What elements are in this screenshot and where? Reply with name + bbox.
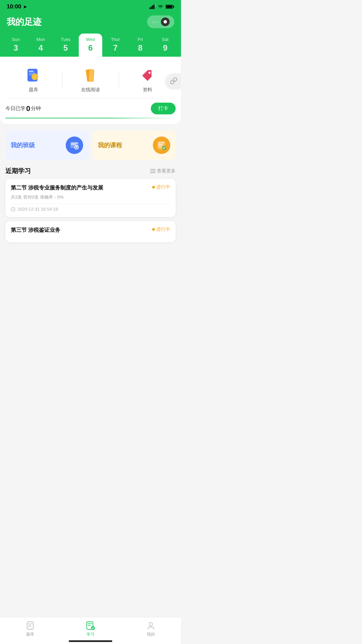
svg-rect-4 [155,5,156,6]
svg-rect-6 [166,6,172,8]
svg-rect-29 [150,171,156,171]
svg-rect-10 [29,73,35,73]
more-icon: ··· [152,18,159,25]
status-dot-1 [152,186,155,189]
quick-access: ⚡ 题库 在线阅读 [5,63,176,98]
main-content-card: ⚡ 题库 在线阅读 [0,57,181,124]
learning-title-1: 第二节 涉税专业服务制度的产生与发展 [11,184,149,192]
clock-icon [11,207,15,212]
svg-rect-7 [173,6,174,8]
my-class-label: 我的班级 [11,141,35,149]
quick-label-material: 资料 [143,87,152,93]
svg-rect-20 [71,144,76,145]
calendar-week: Sun 3 Mon 4 Tues 5 Wed 6 Thur 7 Fri 8 Sa… [4,34,177,57]
svg-rect-26 [158,146,162,147]
calendar-day-fri[interactable]: Fri 8 [128,34,152,57]
my-course-icon [153,137,170,154]
svg-rect-25 [158,144,163,145]
calendar: Sun 3 Mon 4 Tues 5 Wed 6 Thur 7 Fri 8 Sa… [0,28,181,57]
status-badge-2: 进行中 [152,226,170,232]
my-class-card[interactable]: 我的班级 [5,130,88,160]
battery-icon [166,4,174,9]
quick-label-reading: 在线阅读 [81,87,100,93]
svg-point-17 [148,72,150,74]
calendar-day-mon[interactable]: Mon 4 [29,34,52,57]
study-bar: 今日已学 0 分钟 打卡 [5,98,176,116]
learning-card-1[interactable]: 第二节 涉税专业服务制度的产生与发展 进行中 共2道 答对0道 准确率：0% 2… [5,179,176,217]
wifi-icon [158,4,164,9]
card-section: 我的班级 我的课程 [5,130,176,160]
view-more-btn[interactable]: 查看更多 [150,168,176,174]
link-icon [170,77,177,85]
study-underline [5,118,176,118]
reading-icon [82,67,99,84]
svg-rect-0 [149,7,150,9]
svg-rect-28 [150,169,156,170]
svg-rect-16 [88,70,94,82]
punch-button[interactable]: 打卡 [151,103,176,114]
learning-card-1-header: 第二节 涉税专业服务制度的产生与发展 进行中 [11,184,170,192]
location-icon: ➤ [23,4,27,9]
status-dot-2 [152,228,155,231]
svg-rect-9 [29,71,34,72]
learning-divider-1 [11,204,170,204]
signal-icon [149,4,156,9]
learning-stats-1: 共2道 答对0道 准确率：0% [11,194,170,200]
learning-card-2-header: 第三节 涉税鉴证业务 进行中 [11,226,170,234]
recent-learning-title: 近期学习 [5,167,31,175]
calendar-day-tues[interactable]: Tues 5 [54,34,77,57]
link-float-button[interactable] [166,73,181,88]
quick-item-questionbank[interactable]: ⚡ 题库 [5,67,62,93]
svg-rect-2 [152,5,153,9]
study-text: 今日已学 0 分钟 [5,104,41,113]
page-title: 我的足迹 [7,16,42,28]
learning-time-1: 2020-12-31 16:54:18 [11,207,170,212]
quick-item-reading[interactable]: 在线阅读 [62,67,119,93]
calendar-day-sat[interactable]: Sat 9 [154,34,177,57]
svg-rect-1 [151,6,152,9]
my-course-label: 我的课程 [98,141,122,149]
recent-learning-header: 近期学习 查看更多 [0,160,181,179]
quick-label-questionbank: 题库 [29,87,38,93]
my-course-card[interactable]: 我的课程 [93,130,176,160]
calendar-day-sun[interactable]: Sun 3 [4,34,27,57]
svg-rect-3 [154,4,155,9]
status-bar: 10:00 ➤ [0,0,181,12]
svg-rect-19 [71,143,78,144]
questionbank-icon: ⚡ [25,67,42,84]
learning-card-2[interactable]: 第三节 涉税鉴证业务 进行中 [5,221,176,242]
status-badge-1: 进行中 [152,184,170,190]
list-icon [150,169,156,173]
material-icon [139,67,156,84]
target-icon [161,17,170,26]
header-action-btn[interactable]: ··· [147,15,174,28]
status-time: 10:00 ➤ [7,3,27,10]
status-icons [149,4,174,9]
header: 我的足迹 ··· [0,12,181,28]
calendar-day-thur[interactable]: Thur 7 [104,34,127,57]
svg-point-22 [76,146,77,147]
svg-text:⚡: ⚡ [32,74,38,80]
calendar-day-wed[interactable]: Wed 6 [79,34,102,57]
learning-title-2: 第三节 涉税鉴证业务 [11,226,149,234]
svg-rect-30 [150,172,156,173]
my-class-icon [66,137,83,154]
svg-rect-24 [158,143,164,143]
